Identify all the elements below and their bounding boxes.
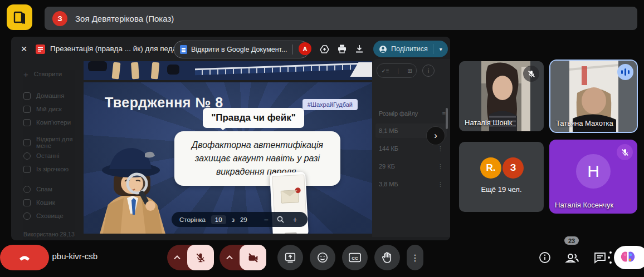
file-size-column-header: Розмір файлу <box>379 110 418 117</box>
app-logo[interactable] <box>7 4 32 30</box>
pdf-file-icon <box>36 44 45 54</box>
participant-avatar: R. <box>480 157 501 179</box>
mic-muted-icon <box>523 66 539 82</box>
print-icon[interactable] <box>335 42 349 56</box>
presenter-avatar: З <box>52 11 67 26</box>
mic-options-chevron[interactable] <box>167 255 187 260</box>
present-screen-button[interactable] <box>277 245 303 270</box>
presenter-banner[interactable]: З Зоя Девятерікова (Показ) <box>45 7 637 30</box>
page-controls: Сторінка 10 з 29 − + <box>172 212 308 227</box>
page-label: Сторінка <box>179 216 206 223</box>
drive-sidebar: +Створити Домашня Мій диск Комп'ютери Ві… <box>16 66 86 240</box>
adobe-acrobat-icon[interactable]: A <box>299 42 311 55</box>
close-icon[interactable]: × <box>18 43 30 55</box>
drive-shared[interactable]: Відкриті для мене <box>16 136 86 149</box>
share-person-icon <box>379 45 387 53</box>
add-to-drive-icon[interactable] <box>318 42 331 56</box>
svg-text:CC: CC <box>352 256 358 261</box>
more-controls-button[interactable]: ⋮ <box>407 245 423 270</box>
drive-my-drive[interactable]: Мій диск <box>16 102 86 116</box>
drive-starred[interactable]: Із зірочкою <box>16 162 86 176</box>
chat-panel-button[interactable] <box>592 249 608 266</box>
file-row[interactable]: 3,8 МБ⋮ <box>375 177 447 191</box>
zoom-tool-icon[interactable] <box>276 216 285 223</box>
participant-name: Наталія Косенчук <box>555 201 613 209</box>
presentation-slide: Твердження № 8 #ШахрайГудбай "Правда чи … <box>84 82 372 234</box>
previous-slide-edge <box>84 61 372 80</box>
participant-avatar: Н <box>576 154 611 189</box>
raise-hand-button[interactable] <box>374 245 400 270</box>
people-panel-button[interactable] <box>564 249 580 266</box>
share-dropdown-caret[interactable]: ▾ <box>437 46 445 52</box>
end-call-button[interactable] <box>0 245 49 270</box>
storage-usage-text: Використано 29,13 МБ з 15 ГБ <box>16 222 79 240</box>
row-kebab-icon: ⋮ <box>437 181 443 188</box>
google-docs-icon <box>180 45 187 54</box>
zoom-in-button[interactable]: + <box>291 215 300 224</box>
participant-tile-2[interactable]: Татьяна Махотка <box>549 60 638 133</box>
drive-computers[interactable]: Комп'ютери <box>16 116 86 129</box>
row-kebab-icon: ⋮ <box>437 145 443 152</box>
participant-name: Наталія Шонік <box>465 118 512 127</box>
participant-count-badge: 23 <box>564 236 579 245</box>
file-row[interactable]: 29 КБ⋮ <box>375 159 447 174</box>
phone-hangup-icon <box>17 250 32 265</box>
captions-button[interactable]: CC <box>342 245 368 270</box>
more-participants-tile[interactable]: R. З Ещё 19 чел. <box>459 142 544 212</box>
scrollbar[interactable] <box>446 108 448 129</box>
camera-off-button[interactable] <box>240 245 266 270</box>
meeting-code: pbu-kivr-csb <box>52 251 97 261</box>
presenter-name: Зоя Девятерікова (Показ) <box>75 14 174 23</box>
speaking-indicator-icon <box>617 64 633 80</box>
reactions-button[interactable] <box>310 245 335 270</box>
drive-home[interactable]: Домашня <box>16 89 86 102</box>
list-view-icon[interactable]: ✓≡ <box>381 68 389 74</box>
more-participants-label: Ещё 19 чел. <box>459 185 544 194</box>
details-info-icon[interactable]: i <box>422 65 435 77</box>
mic-control-group <box>167 245 214 270</box>
drive-storage[interactable]: Сховище <box>16 209 86 222</box>
brain-icon <box>619 250 636 265</box>
mic-mute-button[interactable] <box>187 245 214 270</box>
slide-hashtag: #ШахрайГудбай <box>303 99 358 110</box>
drive-spam[interactable]: Спам <box>16 182 86 196</box>
meeting-details-button[interactable] <box>536 249 553 266</box>
download-icon[interactable] <box>353 42 366 56</box>
mic-muted-icon <box>617 144 633 160</box>
slide-speech-bubble: "Правда чи фейк" <box>203 108 304 128</box>
zoom-out-button[interactable]: − <box>262 215 271 224</box>
grid-view-icon[interactable]: ⊞ <box>407 68 412 74</box>
open-with-button[interactable]: Відкрити в Google Документ... ▾ <box>174 41 309 58</box>
next-page-button[interactable]: › <box>427 127 445 145</box>
row-kebab-icon: ⋮ <box>437 163 443 170</box>
view-toggle[interactable]: ✓≡|⊞ <box>377 63 417 78</box>
shared-screen: × Презентація (правда ... йк) для педаго… <box>11 37 450 240</box>
camera-control-group <box>219 245 266 270</box>
participant-tile-1[interactable]: Наталія Шонік <box>459 61 544 131</box>
share-button[interactable]: Поділитися ▾ <box>373 41 448 57</box>
participant-tile-4[interactable]: Н Наталія Косенчук <box>549 140 637 214</box>
camera-options-chevron[interactable] <box>219 255 240 260</box>
participant-avatar: З <box>502 157 524 179</box>
page-number-input[interactable]: 10 <box>211 215 226 224</box>
mail-icon <box>281 190 299 204</box>
drive-recent[interactable]: Останні <box>16 149 86 162</box>
ai-extension-button[interactable] <box>614 246 644 269</box>
drive-trash[interactable]: Кошик <box>16 196 86 209</box>
participant-name: Татьяна Махотка <box>556 119 613 127</box>
door-icon <box>12 10 27 24</box>
drive-new-button[interactable]: +Створити <box>16 66 86 82</box>
